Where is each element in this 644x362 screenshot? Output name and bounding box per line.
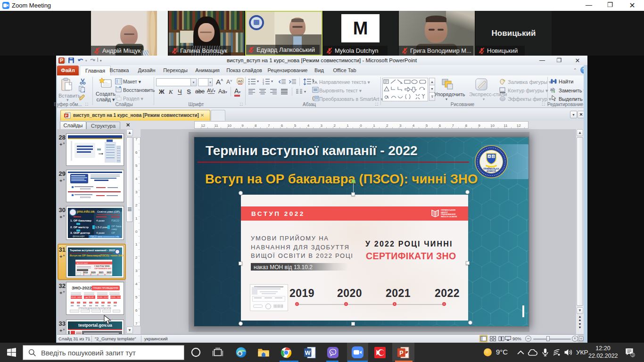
svg-text:P: P [399,350,403,356]
svg-text:3: 3 [263,82,264,85]
svg-text:A: A [314,80,317,85]
svg-text:P: P [65,114,67,118]
svg-text:W: W [305,350,311,356]
svg-text:А: А [488,155,490,158]
svg-text:О: О [492,155,494,158]
svg-text:Aб: Aб [238,79,243,83]
svg-text:3: 3 [632,353,634,357]
svg-text:КОМІСІЯ: КОМІСІЯ [487,170,495,173]
